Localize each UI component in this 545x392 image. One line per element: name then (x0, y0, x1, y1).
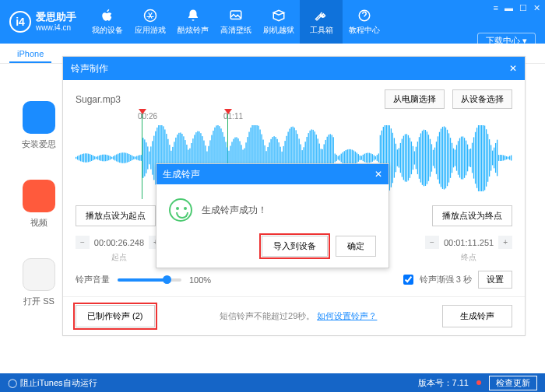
start-minus-button[interactable]: − (76, 236, 90, 249)
svg-rect-273 (497, 140, 498, 177)
svg-rect-238 (442, 127, 443, 189)
tab-iphone[interactable]: iPhone (9, 46, 51, 63)
nav-apps[interactable]: 应用游戏 (128, 0, 171, 44)
end-minus-button[interactable]: − (425, 236, 439, 249)
svg-rect-174 (343, 152, 343, 163)
ssh-icon (23, 258, 55, 291)
svg-rect-239 (444, 126, 445, 189)
popup-close-icon[interactable]: ✕ (374, 169, 382, 180)
svg-rect-45 (141, 155, 142, 161)
svg-rect-221 (416, 147, 417, 170)
svg-rect-243 (450, 138, 451, 178)
svg-rect-14 (93, 156, 93, 160)
svg-rect-276 (501, 155, 502, 161)
svg-rect-196 (377, 155, 378, 161)
choose-from-device-button[interactable]: 从设备选择 (452, 89, 512, 109)
svg-rect-52 (152, 141, 153, 174)
download-center-button[interactable]: 下载中心 ▾ (477, 33, 536, 49)
import-to-device-button[interactable]: 导入到设备 (262, 236, 328, 257)
svg-rect-253 (466, 141, 466, 176)
svg-rect-230 (430, 139, 431, 177)
svg-rect-207 (394, 138, 395, 177)
svg-rect-216 (408, 135, 409, 180)
app-logo: i4 爱思助手 www.i4.cn (0, 11, 86, 33)
svg-rect-194 (374, 155, 374, 160)
svg-rect-12 (90, 154, 90, 162)
side-ssh[interactable]: 打开 SS (23, 258, 55, 307)
check-update-button[interactable]: 检查更新 (489, 376, 537, 390)
svg-rect-240 (445, 128, 446, 189)
svg-rect-236 (439, 132, 440, 184)
svg-rect-214 (405, 135, 406, 182)
side-video[interactable]: 视频 (23, 180, 55, 229)
end-plus-button[interactable]: + (498, 236, 512, 249)
svg-rect-210 (399, 148, 399, 167)
svg-rect-35 (125, 153, 126, 163)
svg-rect-10 (86, 153, 87, 162)
dialog-close-icon[interactable]: ✕ (509, 63, 517, 74)
how-to-link[interactable]: 如何设置铃声？ (317, 311, 377, 320)
nav-my-device[interactable]: 我的设备 (86, 0, 128, 44)
svg-rect-245 (453, 149, 454, 168)
svg-rect-231 (431, 144, 432, 171)
bell-icon (186, 9, 200, 23)
fade-checkbox[interactable] (403, 275, 413, 285)
menu-icon[interactable]: ≡ (494, 3, 498, 13)
svg-rect-8 (83, 153, 84, 162)
svg-rect-205 (391, 128, 392, 187)
apple-icon (100, 9, 114, 23)
choose-from-pc-button[interactable]: 从电脑选择 (385, 89, 445, 109)
ok-button[interactable]: 确定 (336, 236, 376, 257)
svg-rect-29 (116, 155, 117, 162)
nav-wallpapers[interactable]: 高清壁纸 (214, 0, 257, 44)
fade-label: 铃声渐强 3 秒 (420, 274, 472, 285)
end-time: 00:01:11.251 (444, 238, 494, 247)
version-label: 版本号：7.11 (418, 377, 469, 389)
svg-rect-6 (80, 155, 81, 162)
set-end-button[interactable]: 播放点设为终点 (432, 205, 512, 226)
nav-ringtones[interactable]: 酷炫铃声 (171, 0, 214, 44)
nav-jailbreak[interactable]: 刷机越狱 (257, 0, 300, 44)
svg-rect-258 (473, 137, 474, 178)
svg-rect-215 (406, 134, 407, 181)
svg-rect-187 (363, 155, 364, 161)
svg-rect-260 (476, 128, 477, 188)
svg-rect-213 (403, 136, 404, 180)
svg-rect-185 (360, 156, 360, 160)
svg-rect-274 (498, 155, 499, 161)
svg-rect-272 (495, 143, 496, 173)
side-install[interactable]: 安装爱思 (22, 101, 56, 150)
volume-value: 100% (189, 275, 211, 285)
made-ringtones-button[interactable]: 已制作铃声 (2) (76, 305, 155, 327)
top-nav: 我的设备 应用游戏 酷炫铃声 高清壁纸 刷机越狱 工具箱 教程中心 (86, 0, 385, 44)
volume-slider[interactable] (118, 278, 181, 282)
popup-message: 生成铃声成功！ (202, 204, 267, 217)
svg-rect-197 (378, 153, 379, 162)
svg-rect-275 (500, 155, 501, 161)
svg-rect-34 (124, 152, 125, 163)
nav-toolbox[interactable]: 工具箱 (300, 0, 343, 44)
maximize-button[interactable]: ☐ (519, 3, 527, 13)
set-start-button[interactable]: 播放点设为起点 (76, 205, 156, 226)
svg-rect-241 (447, 130, 448, 186)
svg-rect-193 (372, 154, 373, 162)
generate-ringtone-button[interactable]: 生成铃声 (442, 305, 512, 327)
svg-rect-36 (127, 153, 128, 163)
svg-rect-211 (400, 143, 401, 173)
svg-rect-172 (339, 155, 340, 160)
minimize-button[interactable]: ▬ (505, 3, 513, 13)
tools-icon (315, 9, 329, 23)
popup-title: 生成铃声 (163, 168, 200, 181)
fade-settings-button[interactable]: 设置 (478, 271, 512, 289)
svg-rect-242 (448, 133, 449, 182)
svg-rect-189 (366, 153, 367, 163)
svg-rect-220 (414, 151, 415, 164)
svg-rect-257 (472, 143, 473, 173)
close-button[interactable]: ✕ (533, 3, 540, 13)
image-icon (229, 9, 243, 23)
nav-tutorials[interactable]: 教程中心 (343, 0, 385, 44)
footer-itunes-label[interactable]: 阻止iTunes自动运行 (20, 377, 97, 389)
svg-rect-23 (107, 155, 107, 161)
svg-rect-217 (410, 138, 410, 178)
svg-rect-209 (397, 149, 398, 166)
